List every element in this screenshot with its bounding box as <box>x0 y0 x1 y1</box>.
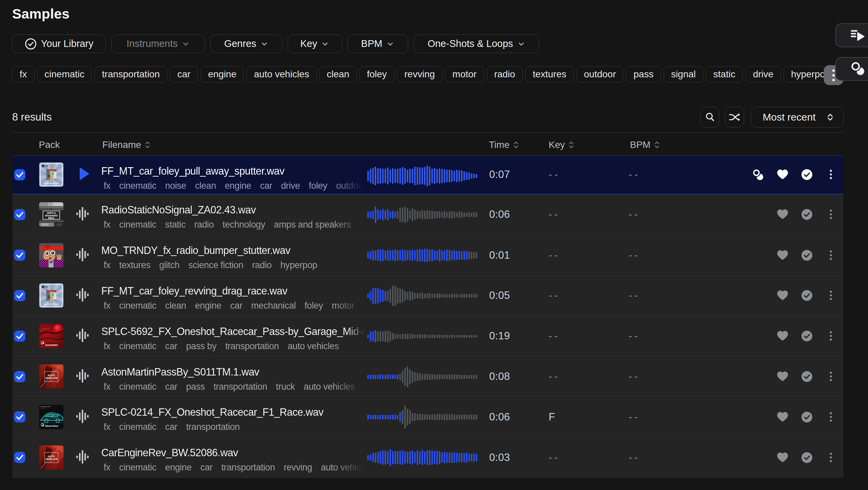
svg-text:Accelerator: Accelerator <box>45 344 58 346</box>
svg-text:Direct Drive: Direct Drive <box>45 425 58 427</box>
svg-text:SPEAKERS: SPEAKERS <box>45 214 58 217</box>
svg-text:BIBLE: BIBLE <box>48 217 55 219</box>
svg-text:VEHICLES: VEHICLES <box>45 377 57 380</box>
svg-text:VOL 1: VOL 1 <box>50 461 53 462</box>
svg-text:AMPS &: AMPS & <box>47 212 56 214</box>
svg-text:VEHICLES: VEHICLES <box>45 458 57 461</box>
svg-text:VOL 1: VOL 1 <box>50 380 53 381</box>
